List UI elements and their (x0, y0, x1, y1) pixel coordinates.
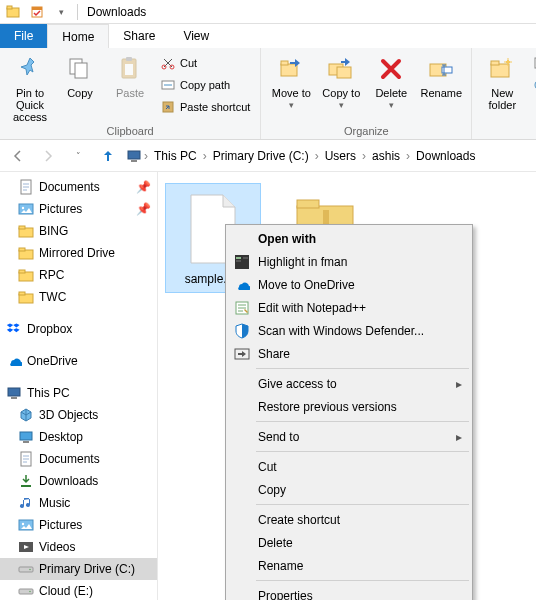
qat-dropdown-icon[interactable]: ▾ (50, 2, 72, 22)
context-menu-item[interactable]: Copy (228, 478, 470, 501)
rename-button[interactable]: Rename (417, 51, 465, 99)
copy-path-icon (160, 77, 176, 93)
breadcrumb-pc-icon[interactable] (126, 149, 142, 163)
context-menu-item[interactable]: Restore previous versions (228, 395, 470, 418)
defender-icon (234, 323, 250, 339)
tree-item-dropbox[interactable]: Dropbox (0, 318, 157, 340)
tree-item[interactable]: Cloud (E:) (0, 580, 157, 600)
new-item-button[interactable]: New item ▾ (528, 53, 536, 73)
context-menu-item[interactable]: Properties (228, 584, 470, 600)
tree-item[interactable]: Desktop (0, 426, 157, 448)
paste-button[interactable]: Paste (106, 51, 154, 99)
tree-item[interactable]: Documents📌 (0, 176, 157, 198)
address-bar: ˅ › This PC› Primary Drive (C:)› Users› … (0, 140, 536, 172)
context-menu-item[interactable]: Give access to▸ (228, 372, 470, 395)
move-to-icon (275, 53, 307, 85)
tree-item[interactable]: Pictures📌 (0, 198, 157, 220)
context-menu-separator (256, 580, 469, 581)
context-menu-item[interactable]: Rename (228, 554, 470, 577)
context-menu-separator (256, 421, 469, 422)
ribbon-group-new: New folder New item ▾ Easy access ▾ New (472, 48, 536, 139)
dropbox-icon (6, 321, 22, 337)
pc-icon (6, 385, 22, 401)
navigation-tree[interactable]: Documents📌Pictures📌BINGMirrored DriveRPC… (0, 172, 158, 600)
pin-to-quick-access-button[interactable]: Pin to Quick access (6, 51, 54, 123)
tree-item[interactable]: Mirrored Drive (0, 242, 157, 264)
tree-item[interactable]: TWC (0, 286, 157, 308)
downloads-icon (18, 473, 34, 489)
tree-item[interactable]: 3D Objects (0, 404, 157, 426)
breadcrumb-item[interactable]: ashis (368, 147, 404, 165)
rename-icon (425, 53, 457, 85)
nav-forward-button[interactable] (36, 144, 60, 168)
context-menu-item[interactable]: Highlight in fman (228, 250, 470, 273)
tree-item-this-pc[interactable]: This PC (0, 382, 157, 404)
tree-item[interactable]: Primary Drive (C:) (0, 558, 157, 580)
tree-item[interactable]: Documents (0, 448, 157, 470)
delete-button[interactable]: Delete▾ (367, 51, 415, 111)
fman-icon (234, 254, 250, 270)
svg-rect-58 (236, 257, 241, 259)
tab-view[interactable]: View (169, 24, 223, 48)
svg-rect-47 (19, 589, 33, 594)
tab-home[interactable]: Home (47, 24, 109, 48)
drive-icon (18, 561, 34, 577)
ribbon: Pin to Quick access Copy Paste Cut Copy … (0, 48, 536, 140)
context-menu-item[interactable]: Share (228, 342, 470, 365)
move-to-button[interactable]: Move to▾ (267, 51, 315, 111)
svg-rect-3 (32, 7, 42, 10)
new-item-icon (532, 55, 536, 71)
svg-rect-54 (297, 200, 319, 208)
svg-rect-32 (19, 248, 25, 251)
breadcrumb-item[interactable]: This PC (150, 147, 201, 165)
nav-up-button[interactable] (96, 144, 120, 168)
tree-item[interactable]: BING (0, 220, 157, 242)
context-menu-item[interactable]: Cut (228, 455, 470, 478)
tree-item[interactable]: Downloads (0, 470, 157, 492)
context-menu-item[interactable]: Edit with Notepad++ (228, 296, 470, 319)
breadcrumb-item[interactable]: Downloads (412, 147, 479, 165)
folder-icon (18, 245, 34, 261)
new-folder-button[interactable]: New folder (478, 51, 526, 111)
copy-button[interactable]: Copy (56, 51, 104, 99)
paste-shortcut-button[interactable]: Paste shortcut (156, 97, 254, 117)
tree-item[interactable]: RPC (0, 264, 157, 286)
tab-file[interactable]: File (0, 24, 47, 48)
svg-rect-60 (243, 257, 248, 259)
breadcrumb-item[interactable]: Users (321, 147, 360, 165)
tree-item-onedrive[interactable]: OneDrive (0, 350, 157, 372)
paste-icon (114, 53, 146, 85)
share-icon (234, 346, 250, 362)
quick-access-toolbar: ▾ (2, 0, 81, 23)
folder-icon (18, 267, 34, 283)
folder-icon (18, 223, 34, 239)
copy-to-button[interactable]: Copy to▾ (317, 51, 365, 111)
tree-item[interactable]: Music (0, 492, 157, 514)
cut-button[interactable]: Cut (156, 53, 254, 73)
chevron-right-icon: ▸ (456, 377, 462, 391)
nav-history-dropdown[interactable]: ˅ (66, 144, 90, 168)
breadcrumb-item[interactable]: Primary Drive (C:) (209, 147, 313, 165)
tree-item[interactable]: Pictures (0, 514, 157, 536)
context-menu-item[interactable]: Send to▸ (228, 425, 470, 448)
svg-rect-24 (128, 151, 140, 159)
svg-rect-7 (126, 57, 132, 61)
context-menu-item[interactable]: Delete (228, 531, 470, 554)
tab-share[interactable]: Share (109, 24, 169, 48)
easy-access-button[interactable]: Easy access ▾ (528, 75, 536, 95)
svg-rect-13 (281, 64, 297, 76)
tree-item[interactable]: Videos (0, 536, 157, 558)
context-menu-item[interactable]: Open with (228, 227, 470, 250)
onedrive-icon (234, 277, 250, 293)
svg-rect-5 (75, 63, 87, 78)
svg-rect-19 (491, 64, 509, 77)
nav-back-button[interactable] (6, 144, 30, 168)
context-menu-item[interactable]: Create shortcut (228, 508, 470, 531)
svg-point-28 (22, 207, 24, 209)
copy-path-button[interactable]: Copy path (156, 75, 254, 95)
context-menu-item[interactable]: Move to OneDrive (228, 273, 470, 296)
context-menu-item[interactable]: Scan with Windows Defender... (228, 319, 470, 342)
desktop-icon (18, 429, 34, 445)
title-bar: ▾ Downloads (0, 0, 536, 24)
properties-icon[interactable] (26, 2, 48, 22)
